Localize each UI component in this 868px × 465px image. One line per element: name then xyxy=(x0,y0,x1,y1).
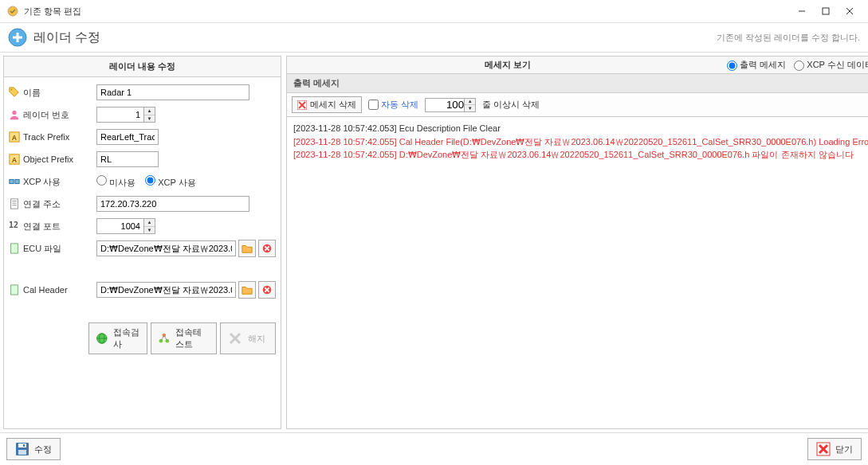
message-toolbar: 메세지 삭제 자동 삭제 ▲▼ 줄 이상시 삭제 xyxy=(286,93,868,117)
svg-rect-24 xyxy=(11,285,18,295)
conn-addr-input[interactable] xyxy=(96,196,249,212)
object-prefix-label: Object Prefix xyxy=(23,154,73,164)
conn-check-button[interactable]: 접속검사 xyxy=(88,322,147,354)
window-title: 기존 항목 편집 xyxy=(24,6,81,18)
log-line: [2023-11-28 10:57:42.055] Cal Header Fil… xyxy=(293,135,868,149)
left-panel-title: 레이더 내용 수정 xyxy=(3,56,281,77)
name-label: 이름 xyxy=(23,87,41,99)
cancel-button[interactable]: 해지 xyxy=(220,322,276,354)
svg-rect-44 xyxy=(23,444,25,447)
ecu-file-label: ECU 파일 xyxy=(23,243,61,255)
cal-header-browse-button[interactable] xyxy=(238,281,256,299)
log-line: [2023-11-28 10:57:42.055] D:₩DevZone₩전달 … xyxy=(293,148,868,162)
file-icon xyxy=(9,284,20,295)
ecu-file-input[interactable] xyxy=(96,240,236,256)
ecu-file-browse-button[interactable] xyxy=(238,240,256,257)
right-panel-title: 메세지 보기 xyxy=(292,59,724,71)
track-prefix-input[interactable] xyxy=(96,129,159,145)
page-subtitle: 기존에 작성된 레이더를 수정 합니다. xyxy=(717,32,860,44)
page-header: 레이더 수정 기존에 작성된 레이더를 수정 합니다. xyxy=(0,23,868,53)
globe-icon xyxy=(96,330,108,346)
cal-header-label: Cal Header xyxy=(23,285,68,295)
add-icon xyxy=(8,28,27,47)
conn-port-label: 연결 포트 xyxy=(23,221,61,232)
number-icon: 12 xyxy=(9,221,20,232)
close-button[interactable]: 닫기 xyxy=(807,438,862,460)
log-line: [2023-11-28 10:57:42.053] Ecu Descriptio… xyxy=(293,122,868,135)
svg-rect-14 xyxy=(10,179,14,183)
conn-port-spinner[interactable]: ▲▼ xyxy=(144,218,155,234)
connection-icon xyxy=(9,176,20,187)
xcp-no-option[interactable]: 미사용 xyxy=(96,175,136,189)
right-panel-header: 메세지 보기 출력 메세지 XCP 수신 데이터 xyxy=(286,56,868,74)
network-icon xyxy=(158,330,171,346)
svg-rect-43 xyxy=(18,450,26,455)
xcp-use-label: XCP 사용 xyxy=(23,176,61,188)
conn-test-button[interactable]: 접속테스트 xyxy=(151,322,217,354)
footer: 수정 닫기 xyxy=(0,432,868,465)
left-panel: 레이더 내용 수정 이름 레이더 번호 ▲▼ ATrack Prefix AOb… xyxy=(3,56,281,429)
svg-rect-2 xyxy=(823,8,829,14)
page-title: 레이더 수정 xyxy=(33,29,100,46)
delete-messages-button[interactable]: 메세지 삭제 xyxy=(292,96,362,113)
x-icon xyxy=(227,330,243,346)
message-area[interactable]: [2023-11-28 10:57:42.053] Ecu Descriptio… xyxy=(286,117,868,429)
auto-delete-checkbox[interactable]: 자동 삭제 xyxy=(368,99,418,111)
svg-point-8 xyxy=(11,89,13,91)
letter-a-icon: A xyxy=(9,131,20,143)
name-input[interactable] xyxy=(96,84,249,100)
svg-rect-20 xyxy=(11,244,18,253)
conn-port-input[interactable] xyxy=(96,218,144,234)
titlebar: 기존 항목 편집 xyxy=(0,0,868,23)
threshold-input[interactable] xyxy=(425,98,465,112)
close-icon xyxy=(816,442,831,456)
radar-no-input[interactable] xyxy=(96,107,144,123)
view-xcp-option[interactable]: XCP 수신 데이터 xyxy=(794,59,868,71)
letter-a-icon: A xyxy=(9,154,20,165)
form-area: 이름 레이더 번호 ▲▼ ATrack Prefix AObject Prefi… xyxy=(3,77,281,429)
svg-rect-42 xyxy=(18,444,26,447)
threshold-suffix-label: 줄 이상시 삭제 xyxy=(482,99,540,111)
radar-no-label: 레이더 번호 xyxy=(23,109,69,121)
save-button[interactable]: 수정 xyxy=(6,438,61,460)
object-prefix-input[interactable] xyxy=(96,151,159,167)
svg-point-9 xyxy=(12,111,16,115)
ecu-file-clear-button[interactable] xyxy=(258,240,276,257)
app-icon xyxy=(6,5,19,18)
minimize-button[interactable] xyxy=(790,3,814,19)
threshold-spinner[interactable]: ▲▼ xyxy=(465,98,476,112)
x-icon xyxy=(297,100,307,110)
output-section-title: 출력 메세지 xyxy=(286,74,868,93)
svg-rect-15 xyxy=(15,179,19,183)
svg-text:A: A xyxy=(12,134,18,142)
conn-addr-label: 연결 주소 xyxy=(23,198,61,210)
tag-icon xyxy=(9,87,20,98)
xcp-yes-option[interactable]: XCP 사용 xyxy=(145,175,196,189)
maximize-button[interactable] xyxy=(814,3,838,19)
user-icon xyxy=(9,109,20,120)
file-icon xyxy=(9,243,20,254)
close-window-button[interactable] xyxy=(838,3,862,19)
cal-header-clear-button[interactable] xyxy=(258,281,276,299)
save-icon xyxy=(15,442,29,456)
view-output-option[interactable]: 출력 메세지 xyxy=(727,59,786,71)
track-prefix-label: Track Prefix xyxy=(23,132,69,142)
radar-no-spinner[interactable]: ▲▼ xyxy=(144,107,155,123)
doc-icon xyxy=(9,198,20,209)
svg-text:A: A xyxy=(12,156,18,164)
svg-rect-16 xyxy=(11,199,18,209)
cal-header-input[interactable] xyxy=(96,282,236,298)
right-panel: 메세지 보기 출력 메세지 XCP 수신 데이터 출력 메세지 메세지 삭제 자… xyxy=(286,56,868,429)
